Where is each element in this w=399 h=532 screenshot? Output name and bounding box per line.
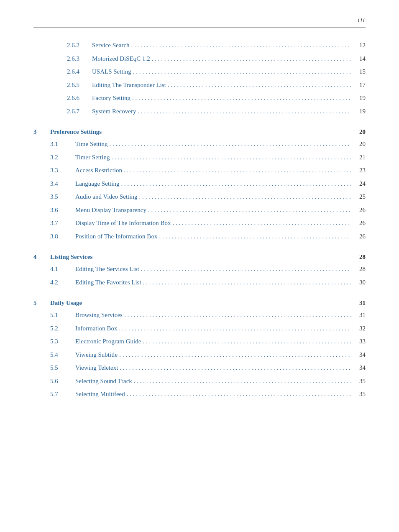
entry-number: 3.3 (50, 165, 75, 176)
entry-page: 31 (353, 310, 366, 321)
toc-entry[interactable]: 3.3 Access Restriction 23 (33, 165, 366, 176)
toc-entry[interactable]: 5.1 Browsing Services 31 (33, 310, 366, 321)
entry-number: 3.1 (50, 139, 75, 150)
page-number-header: iii (358, 17, 366, 24)
entry-number: 5.4 (50, 350, 75, 361)
toc-container: 2.6.2 Service Search 12 2.6.3 Motorized … (33, 40, 366, 400)
entry-dots (133, 66, 351, 77)
entry-dots (124, 310, 351, 321)
entry-dots (127, 389, 351, 400)
entry-dots (143, 336, 351, 347)
entry-page: 35 (353, 389, 366, 400)
section-page: 31 (353, 299, 366, 307)
entry-title: Service Search (92, 40, 130, 51)
entry-page: 23 (353, 165, 366, 176)
entry-number: 3.8 (50, 231, 75, 242)
entry-title: Access Restriction (75, 165, 122, 176)
section-heading[interactable]: 3 Preference Settings 20 (33, 128, 366, 136)
entry-title: Selecting Sound Track (75, 376, 132, 387)
toc-entry[interactable]: 3.7 Display Time of The Information Box … (33, 218, 366, 229)
toc-entry[interactable]: 3.2 Timer Setting 21 (33, 152, 366, 163)
entry-number: 2.6.2 (67, 40, 92, 51)
entry-page: 17 (353, 80, 366, 91)
entry-number: 4.1 (50, 264, 75, 275)
entry-title: Editing The Favorites List (75, 277, 141, 288)
entry-dots (141, 264, 351, 275)
entry-page: 21 (353, 152, 366, 163)
toc-entry[interactable]: 3.1 Time Setting 20 (33, 139, 366, 150)
entry-title: Audio and Video Setting (75, 192, 137, 202)
toc-section: 4 Listing Services 28 4.1 Editing The Se… (33, 253, 366, 288)
toc-section: 3 Preference Settings 20 3.1 Time Settin… (33, 128, 366, 242)
entry-dots (148, 205, 351, 216)
entry-title: Viewing Teletext (75, 363, 118, 373)
entry-dots (120, 363, 351, 373)
entry-title: Editing The Services List (75, 264, 139, 275)
entry-number: 2.6.6 (67, 93, 92, 104)
entry-number: 2.6.5 (67, 80, 92, 91)
section-number: 4 (33, 253, 50, 261)
entry-page: 33 (353, 336, 366, 347)
entry-title: Viweing Subtitle (75, 350, 118, 361)
section-page: 28 (353, 253, 366, 261)
toc-entry[interactable]: 5.7 Selecting Multifeed 35 (33, 389, 366, 400)
toc-entry[interactable]: 3.4 Language Setting 24 (33, 179, 366, 189)
entry-number: 3.7 (50, 218, 75, 229)
entry-page: 34 (353, 363, 366, 373)
entry-dots (168, 80, 351, 91)
toc-entry[interactable]: 5.5 Viewing Teletext 34 (33, 363, 366, 373)
section-number: 5 (33, 299, 50, 307)
entry-title: Information Box (75, 323, 117, 334)
toc-entry[interactable]: 4.1 Editing The Services List 28 (33, 264, 366, 275)
entry-dots (124, 165, 351, 176)
page-header: iii (33, 17, 366, 28)
toc-entry[interactable]: 5.2 Information Box 32 (33, 323, 366, 334)
section-heading[interactable]: 4 Listing Services 28 (33, 253, 366, 261)
section-number: 3 (33, 128, 50, 136)
entry-number: 3.4 (50, 179, 75, 189)
entry-title: Electronic Program Guide (75, 336, 141, 347)
entry-title: Selecting Multifeed (75, 389, 125, 400)
toc-entry[interactable]: 3.5 Audio and Video Setting 25 (33, 192, 366, 202)
entry-number: 3.2 (50, 152, 75, 163)
toc-section: 2.6.2 Service Search 12 2.6.3 Motorized … (33, 40, 366, 117)
entry-number: 5.1 (50, 310, 75, 321)
toc-entry[interactable]: 2.6.3 Motorized DiSEqC 1.2 14 (33, 54, 366, 64)
entry-page: 25 (353, 192, 366, 202)
entry-title: Position of The Information Box (75, 231, 157, 242)
entry-dots (143, 277, 351, 288)
entry-page: 14 (353, 54, 366, 64)
entry-number: 5.5 (50, 363, 75, 373)
toc-entry[interactable]: 2.6.2 Service Search 12 (33, 40, 366, 51)
entry-page: 30 (353, 277, 366, 288)
entry-dots (109, 139, 351, 150)
entry-dots (159, 231, 351, 242)
toc-entry[interactable]: 5.6 Selecting Sound Track 35 (33, 376, 366, 387)
entry-page: 24 (353, 179, 366, 189)
entry-title: Editing The Transponder List (92, 80, 166, 91)
toc-entry[interactable]: 2.6.7 System Recovery 19 (33, 106, 366, 117)
entry-title: Display Time of The Information Box (75, 218, 171, 229)
entry-number: 3.5 (50, 192, 75, 202)
toc-entry[interactable]: 2.6.4 USALS Setting 15 (33, 66, 366, 77)
toc-entry[interactable]: 3.6 Menu Display Transparency 26 (33, 205, 366, 216)
entry-page: 34 (353, 350, 366, 361)
section-page: 20 (353, 128, 366, 136)
section-heading[interactable]: 5 Daily Usage 31 (33, 299, 366, 307)
entry-number: 2.6.3 (67, 54, 92, 64)
entry-dots (131, 40, 351, 51)
entry-page: 32 (353, 323, 366, 334)
toc-entry[interactable]: 5.4 Viweing Subtitle 34 (33, 350, 366, 361)
entry-page: 28 (353, 264, 366, 275)
entry-number: 5.6 (50, 376, 75, 387)
toc-entry[interactable]: 5.3 Electronic Program Guide 33 (33, 336, 366, 347)
toc-entry[interactable]: 2.6.6 Factory Setting 19 (33, 93, 366, 104)
toc-entry[interactable]: 3.8 Position of The Information Box 26 (33, 231, 366, 242)
entry-title: USALS Setting (92, 66, 131, 77)
entry-dots (138, 106, 351, 117)
toc-entry[interactable]: 2.6.5 Editing The Transponder List 17 (33, 80, 366, 91)
toc-entry[interactable]: 4.2 Editing The Favorites List 30 (33, 277, 366, 288)
entry-title: Language Setting (75, 179, 119, 189)
entry-page: 26 (353, 205, 366, 216)
entry-page: 15 (353, 66, 366, 77)
